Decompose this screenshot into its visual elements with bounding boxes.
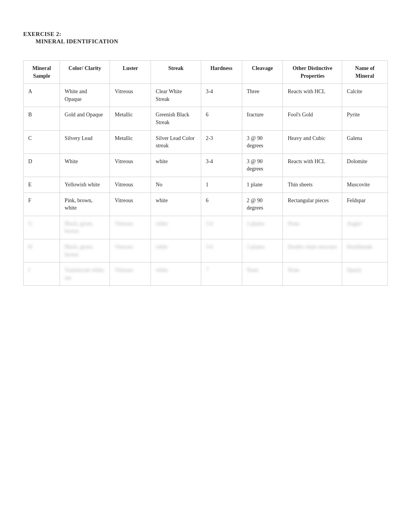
table-cell: Vitreous — [110, 153, 151, 177]
table-cell: white — [151, 153, 201, 177]
table-cell: Augite — [342, 216, 388, 239]
table-cell: 3-4 — [201, 153, 242, 177]
table-cell: Pyrite — [342, 107, 388, 130]
table-cell: Quartz — [342, 263, 388, 286]
table-cell: Silvery Lead — [60, 130, 110, 153]
table-cell: 1 plane — [242, 177, 283, 193]
table-cell: Black, green, brown — [60, 239, 110, 262]
mineral-table: Mineral Sample Color/ Clarity Luster Str… — [23, 60, 388, 286]
table-cell: D — [24, 153, 60, 177]
table-row: DWhiteVitreouswhite3-43 @ 90 degreesReac… — [24, 153, 388, 177]
table-cell: No — [151, 177, 201, 193]
table-cell: Calcite — [342, 84, 388, 107]
table-cell: fracture — [242, 107, 283, 130]
table-header-row: Mineral Sample Color/ Clarity Luster Str… — [24, 61, 388, 84]
table-cell: H — [24, 239, 60, 262]
table-cell: 3 @ 90 degrees — [242, 130, 283, 153]
table-cell: 6 — [201, 193, 242, 216]
table-cell: Vitreous — [110, 263, 151, 286]
table-cell: E — [24, 177, 60, 193]
table-cell: G — [24, 216, 60, 239]
table-cell: Feldspar — [342, 193, 388, 216]
header-name: Name of Mineral — [342, 61, 388, 84]
table-cell: white — [151, 216, 201, 239]
table-cell: white — [151, 239, 201, 262]
table-cell: C — [24, 130, 60, 153]
header-color: Color/ Clarity — [60, 61, 110, 84]
header-hardness: Hardness — [201, 61, 242, 84]
table-cell: I — [24, 263, 60, 286]
table-cell: Double chain structure — [283, 239, 342, 262]
table-cell: Greenish Black Streak — [151, 107, 201, 130]
table-row: ITranslucent white, tanVitreouswhite7Non… — [24, 263, 388, 286]
table-cell: Reacts with HCL — [283, 84, 342, 107]
table-cell: Galena — [342, 130, 388, 153]
table-cell: 2 @ 90 degrees — [242, 193, 283, 216]
title-line1: EXERCISE 2: — [23, 31, 388, 38]
table-cell: B — [24, 107, 60, 130]
table-cell: None — [283, 216, 342, 239]
header-streak: Streak — [151, 61, 201, 84]
table-cell: A — [24, 84, 60, 107]
table-cell: None — [283, 263, 342, 286]
table-cell: Fool's Gold — [283, 107, 342, 130]
table-cell: White — [60, 153, 110, 177]
table-cell: Muscovite — [342, 177, 388, 193]
table-cell: Hornblende — [342, 239, 388, 262]
header-sample: Mineral Sample — [24, 61, 60, 84]
table-cell: white — [151, 193, 201, 216]
mineral-table-wrapper: Mineral Sample Color/ Clarity Luster Str… — [23, 60, 388, 286]
table-cell: Rectangular pieces — [283, 193, 342, 216]
table-cell: 2 planes — [242, 239, 283, 262]
table-cell: Metallic — [110, 130, 151, 153]
table-cell: Three — [242, 84, 283, 107]
table-cell: Vitreous — [110, 193, 151, 216]
table-cell: 5-6 — [201, 239, 242, 262]
table-row: HBlack, green, brownVitreouswhite5-62 pl… — [24, 239, 388, 262]
table-row: AWhite and OpaqueVitreousClear White Str… — [24, 84, 388, 107]
exercise-title-block: EXERCISE 2: MINERAL IDENTIFICATION — [23, 31, 388, 45]
header-luster: Luster — [110, 61, 151, 84]
table-cell: 3-4 — [201, 84, 242, 107]
table-cell: white — [151, 263, 201, 286]
table-cell: Black, green, brown — [60, 216, 110, 239]
header-other: Other Distinctive Properties — [283, 61, 342, 84]
table-cell: 5-6 — [201, 216, 242, 239]
table-cell: Vitreous — [110, 177, 151, 193]
title-line2: MINERAL IDENTIFICATION — [36, 38, 388, 45]
table-cell: 2-3 — [201, 130, 242, 153]
table-row: BGold and OpaqueMetallicGreenish Black S… — [24, 107, 388, 130]
table-cell: Translucent white, tan — [60, 263, 110, 286]
table-row: EYellowish whiteVitreousNo11 planeThin s… — [24, 177, 388, 193]
table-cell: None — [242, 263, 283, 286]
table-cell: 1 — [201, 177, 242, 193]
table-cell: Metallic — [110, 107, 151, 130]
table-cell: Vitreous — [110, 239, 151, 262]
table-cell: Vitreous — [110, 216, 151, 239]
table-cell: Thin sheets — [283, 177, 342, 193]
table-cell: F — [24, 193, 60, 216]
table-cell: Gold and Opaque — [60, 107, 110, 130]
table-cell: Vitreous — [110, 84, 151, 107]
table-cell: Silver Lead Color streak — [151, 130, 201, 153]
table-cell: 6 — [201, 107, 242, 130]
table-cell: Dolomite — [342, 153, 388, 177]
table-cell: Heavy and Cubic — [283, 130, 342, 153]
table-cell: 3 @ 90 degrees — [242, 153, 283, 177]
table-row: CSilvery LeadMetallicSilver Lead Color s… — [24, 130, 388, 153]
header-cleavage: Cleavage — [242, 61, 283, 84]
table-cell: 2 planes — [242, 216, 283, 239]
table-cell: Yellowish white — [60, 177, 110, 193]
table-row: GBlack, green, brownVitreouswhite5-62 pl… — [24, 216, 388, 239]
table-body: AWhite and OpaqueVitreousClear White Str… — [24, 84, 388, 286]
table-cell: Reacts with HCL — [283, 153, 342, 177]
table-cell: White and Opaque — [60, 84, 110, 107]
table-cell: Clear White Streak — [151, 84, 201, 107]
table-cell: Pink, brown, white — [60, 193, 110, 216]
table-cell: 7 — [201, 263, 242, 286]
table-row: FPink, brown, whiteVitreouswhite62 @ 90 … — [24, 193, 388, 216]
